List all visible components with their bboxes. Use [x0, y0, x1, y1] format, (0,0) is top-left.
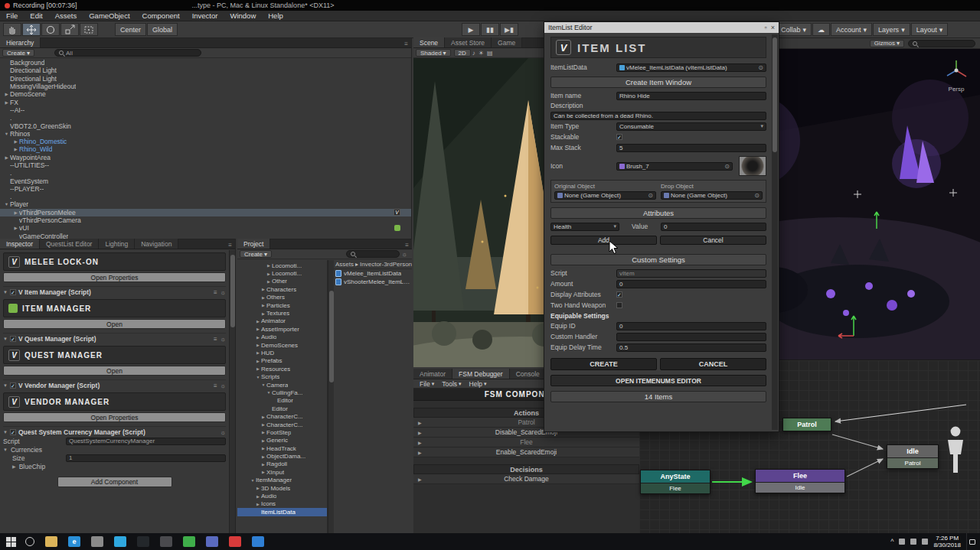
project-folder[interactable]: ▶XInput: [237, 468, 327, 476]
foldout-icon[interactable]: ▶: [260, 287, 266, 291]
project-folder[interactable]: ItemListData: [237, 508, 327, 516]
currency-element-row[interactable]: ▶ BlueChip: [3, 462, 226, 470]
foldout-icon[interactable]: ▶: [260, 415, 266, 419]
project-folder[interactable]: ▶Ragdoll: [237, 461, 327, 468]
foldout-icon[interactable]: ▶: [260, 430, 266, 434]
orientation-gizmo[interactable]: Persp: [939, 58, 974, 93]
scene-lighting-icon[interactable]: ☀: [477, 50, 485, 57]
menu-gameobject[interactable]: GameObject: [83, 11, 136, 21]
hierarchy-item[interactable]: ▶Rhino_Wild: [0, 145, 411, 153]
play-button[interactable]: ▶: [462, 23, 480, 36]
itemlistdata-object-field[interactable]: vMelee_ItemListData (vItemListData) ⊙: [616, 63, 766, 72]
panel-menu-icon[interactable]: ≡: [405, 242, 409, 249]
project-folder[interactable]: ▼ItemManager: [237, 477, 327, 484]
fsm-action-row[interactable]: ▶Enable_ScaredEmoji: [413, 447, 639, 457]
action-center-button[interactable]: [966, 533, 977, 550]
hierarchy-item[interactable]: .: [0, 193, 411, 200]
project-create-button[interactable]: Create▾: [240, 250, 272, 258]
add-attribute-button[interactable]: Add: [550, 236, 657, 245]
fsm-menu-help[interactable]: Help▾: [466, 380, 490, 388]
project-folder[interactable]: ▶Generic: [237, 437, 327, 444]
foldout-icon[interactable]: ▼: [3, 430, 8, 434]
display-attributes-checkbox[interactable]: ✓: [616, 291, 622, 298]
state-node-idle[interactable]: Idle Patrol: [887, 444, 939, 469]
tab-game[interactable]: Game: [492, 37, 522, 47]
hierarchy-item[interactable]: ▶WaypointArea: [0, 154, 411, 161]
foldout-icon[interactable]: ▶: [260, 303, 266, 308]
hierarchy-item[interactable]: VBOT2.0_GreenSkin: [0, 122, 411, 129]
object-picker-icon[interactable]: ⊙: [724, 163, 730, 170]
hierarchy-item[interactable]: ▶Rhino_Domestic: [0, 138, 411, 145]
quest-manager-open-button[interactable]: Open: [3, 366, 226, 376]
item-name-input[interactable]: Rhino Hide: [616, 92, 766, 100]
tab-questlist-editor[interactable]: QuestList Editor: [40, 239, 99, 249]
move-tool-button[interactable]: [22, 23, 41, 36]
enabled-checkbox[interactable]: ✓: [10, 429, 16, 435]
asset-file-row[interactable]: vShooterMelee_ItemLis...: [334, 278, 412, 286]
two-hand-checkbox[interactable]: [616, 302, 622, 308]
asset-file-row[interactable]: vMelee_ItemListData: [334, 269, 412, 278]
project-folder[interactable]: ▶Resources: [237, 365, 327, 373]
hierarchy-item[interactable]: vThirdPersonCamera: [0, 216, 411, 224]
tab-project[interactable]: Project: [237, 239, 270, 249]
scene-audio-icon[interactable]: ♪: [471, 50, 477, 57]
drop-object-field[interactable]: None (Game Object) ⊙: [661, 191, 763, 200]
quest-manager-script-header[interactable]: ▼ ✓ V Quest Manager (Script) ≡☼: [3, 333, 226, 343]
account-button[interactable]: Account▾: [831, 23, 872, 36]
foldout-icon[interactable]: ▶: [12, 464, 16, 469]
doc-icon[interactable]: ≡: [214, 336, 217, 343]
hierarchy-item[interactable]: .: [0, 114, 411, 122]
foldout-icon[interactable]: ▼: [3, 132, 10, 136]
pause-button[interactable]: ▮▮: [481, 23, 499, 36]
project-folder[interactable]: ▶3D Models: [237, 484, 327, 492]
project-folder[interactable]: ▶Particles: [237, 301, 327, 309]
doc-icon[interactable]: ≡: [214, 289, 217, 296]
open-itemenums-button[interactable]: OPEN ITEMENUMS EDITOR: [550, 375, 766, 386]
tab-asset-store[interactable]: Asset Store: [445, 37, 492, 47]
project-folder[interactable]: ▶Icons: [237, 500, 327, 508]
hierarchy-item[interactable]: .: [0, 169, 411, 177]
foldout-icon[interactable]: ▼: [266, 390, 272, 395]
foldout-icon[interactable]: ▼: [260, 382, 266, 387]
script-object-field[interactable]: QuestSystemCurrencyManager: [66, 438, 226, 445]
foldout-icon[interactable]: ▶: [418, 450, 422, 455]
project-folder[interactable]: ▼Scripts: [237, 373, 327, 380]
hierarchy-item[interactable]: Background: [0, 59, 411, 67]
foldout-icon[interactable]: ▶: [260, 311, 266, 316]
project-folder[interactable]: ▶DemoScenes: [237, 341, 327, 349]
foldout-icon[interactable]: ▶: [266, 263, 272, 268]
foldout-icon[interactable]: ▼: [250, 478, 256, 483]
window-close-icon[interactable]: ×: [771, 24, 775, 31]
taskbar-green-app[interactable]: [183, 536, 195, 547]
fsm-menu-file[interactable]: File▾: [416, 380, 437, 388]
add-component-button[interactable]: Add Component: [57, 477, 172, 487]
foldout-icon[interactable]: ▼: [3, 447, 8, 452]
hierarchy-item[interactable]: Directional Light: [0, 67, 411, 74]
foldout-icon[interactable]: ▶: [418, 430, 422, 435]
panel-menu-icon[interactable]: ≡: [228, 242, 232, 249]
foldout-icon[interactable]: ▼: [3, 290, 8, 295]
taskbar-vscode-app[interactable]: [252, 536, 264, 547]
item-manager-open-button[interactable]: Open: [3, 319, 226, 329]
itemlist-window-titlebar[interactable]: ItemList Editor ▫ ×: [544, 22, 779, 33]
project-folder[interactable]: ▶CharacterC...: [237, 421, 327, 428]
foldout-icon[interactable]: ▶: [260, 454, 266, 459]
enabled-checkbox[interactable]: ✓: [10, 289, 16, 295]
foldout-icon[interactable]: ▶: [266, 272, 272, 276]
foldout-icon[interactable]: ▶: [260, 295, 266, 300]
tab-animator[interactable]: Animator: [413, 369, 452, 379]
menu-invector[interactable]: Invector: [186, 11, 224, 21]
object-picker-icon[interactable]: ⊙: [758, 64, 763, 71]
hierarchy-create-button[interactable]: Create▾: [2, 49, 34, 57]
hierarchy-item[interactable]: ▼Player: [0, 200, 411, 208]
vendor-manager-script-header[interactable]: ▼ ✓ V Vendor Manager (Script) ≡☼: [3, 379, 226, 390]
foldout-icon[interactable]: ▶: [255, 343, 261, 347]
foldout-icon[interactable]: ▼: [3, 383, 8, 388]
state-node-anystate[interactable]: AnyState Flee: [640, 470, 710, 494]
tab-navigation[interactable]: Navigation: [135, 239, 178, 249]
taskbar-discord-app[interactable]: [206, 536, 218, 547]
fsm-decision-row[interactable]: ▶Check Damage: [413, 474, 639, 484]
enabled-checkbox[interactable]: ✓: [10, 336, 16, 342]
foldout-icon[interactable]: ▶: [255, 327, 261, 331]
attribute-value-input[interactable]: 0: [661, 223, 766, 231]
